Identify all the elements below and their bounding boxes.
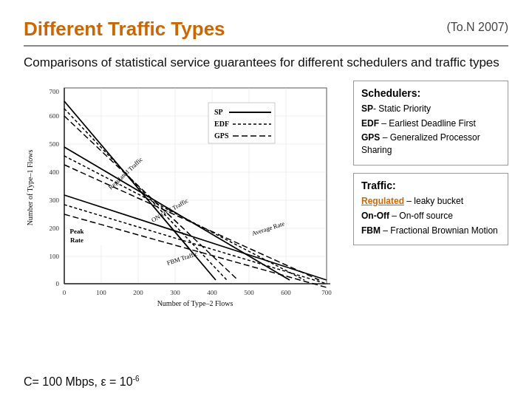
- svg-text:300: 300: [170, 289, 180, 296]
- svg-text:600: 600: [281, 289, 291, 296]
- gps-desc: – Generalized Processor Sharing: [361, 132, 480, 155]
- svg-text:100: 100: [96, 289, 106, 296]
- svg-text:200: 200: [133, 289, 143, 296]
- regulated-desc: – leaky bucket: [404, 196, 463, 206]
- svg-text:0: 0: [63, 289, 66, 296]
- onoff-desc: – On-off source: [389, 211, 453, 221]
- schedulers-title: Schedulers:: [361, 87, 500, 99]
- svg-text:500: 500: [50, 140, 60, 148]
- edf-label: EDF: [361, 118, 379, 129]
- traffic-onoff: On-Off – On-off source: [361, 210, 500, 222]
- svg-text:300: 300: [50, 197, 60, 204]
- svg-text:400: 400: [207, 289, 217, 296]
- fbm-label: FBM: [361, 225, 381, 236]
- svg-text:Rate: Rate: [70, 236, 83, 244]
- traffic-box: Traffic: Regulated – leaky bucket On-Off…: [353, 173, 508, 245]
- divider: [24, 45, 508, 47]
- svg-text:100: 100: [50, 253, 60, 260]
- svg-text:600: 600: [50, 112, 60, 120]
- svg-text:200: 200: [50, 225, 60, 232]
- footer-text: C= 100 Mbps, ε = 10: [24, 375, 133, 388]
- svg-text:SP: SP: [214, 108, 223, 116]
- svg-text:Peak: Peak: [70, 228, 84, 235]
- citation: (To.N 2007): [446, 21, 508, 34]
- regulated-label: Regulated: [361, 196, 404, 206]
- svg-text:EDF: EDF: [214, 120, 229, 128]
- schedulers-box: Schedulers: SP- Static Priority EDF – Ea…: [353, 81, 508, 166]
- exponent: -6: [133, 375, 140, 383]
- side-panel: Schedulers: SP- Static Priority EDF – Ea…: [353, 81, 508, 317]
- traffic-title: Traffic:: [361, 180, 500, 191]
- chart-svg: 0 100 200 300 400 500 600 700 0 100 200 …: [24, 81, 341, 317]
- sp-label: SP: [361, 103, 373, 114]
- header: Different Traffic Types (To.N 2007): [24, 18, 508, 41]
- svg-text:0: 0: [56, 280, 60, 287]
- svg-text:GPS: GPS: [214, 132, 229, 140]
- svg-text:Number of Type–2 Flows: Number of Type–2 Flows: [157, 299, 233, 307]
- svg-text:700: 700: [50, 88, 60, 95]
- traffic-regulated: Regulated – leaky bucket: [361, 195, 500, 208]
- subtitle: Comparisons of statistical service guara…: [24, 54, 508, 72]
- traffic-fbm: FBM – Fractional Brownian Motion: [361, 225, 500, 237]
- fbm-desc: – Fractional Brownian Motion: [381, 225, 498, 236]
- slide-title: Different Traffic Types: [24, 18, 225, 41]
- scheduler-edf: EDF – Earliest Deadline First: [361, 117, 500, 130]
- scheduler-sp: SP- Static Priority: [361, 103, 500, 115]
- svg-text:500: 500: [244, 289, 254, 296]
- chart-container: 0 100 200 300 400 500 600 700 0 100 200 …: [24, 81, 341, 317]
- gps-label: GPS: [361, 132, 380, 143]
- sp-desc: - Static Priority: [373, 103, 431, 114]
- footer: C= 100 Mbps, ε = 10-6: [24, 375, 140, 389]
- scheduler-gps: GPS – Generalized Processor Sharing: [361, 132, 500, 157]
- slide: Different Traffic Types (To.N 2007) Comp…: [0, 0, 532, 399]
- content-area: 0 100 200 300 400 500 600 700 0 100 200 …: [24, 81, 508, 317]
- svg-text:700: 700: [321, 289, 332, 296]
- svg-text:400: 400: [50, 168, 60, 176]
- edf-desc: – Earliest Deadline First: [379, 118, 476, 129]
- svg-text:Number of Type–1 Flows: Number of Type–1 Flows: [26, 149, 34, 225]
- onoff-label: On-Off: [361, 211, 389, 221]
